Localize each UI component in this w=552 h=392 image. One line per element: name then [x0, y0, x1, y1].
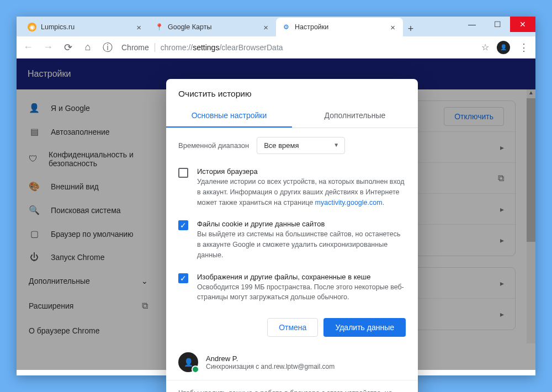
chevron-down-icon: ▼	[333, 142, 339, 148]
checkbox[interactable]: ✓	[178, 220, 188, 230]
tab-settings[interactable]: ⚙ Настройки ×	[276, 18, 403, 36]
forward-button[interactable]: →	[42, 41, 54, 53]
option-text: Изображения и другие файлы, сохраненные …	[197, 273, 406, 303]
dialog-title: Очистить историю	[166, 79, 418, 104]
tab-google-maps[interactable]: 📍 Google Карты ×	[149, 18, 276, 36]
option-text: Файлы cookie и другие данные сайтов Вы в…	[197, 220, 406, 260]
option-cache[interactable]: ✓ Изображения и другие файлы, сохраненны…	[166, 268, 418, 311]
user-info: Andrew P. Синхронизация с and.rew.lptw@g…	[206, 354, 335, 370]
option-text: История браузера Удаление истории со все…	[197, 167, 406, 208]
time-range-row: Временной диапазон Все время ▼	[166, 128, 418, 163]
clear-data-button[interactable]: Удалить данные	[323, 318, 406, 337]
myactivity-link[interactable]: myactivity.google.com	[315, 199, 383, 206]
profile-avatar[interactable]: 👤	[497, 41, 510, 54]
url-chip: Chrome	[121, 43, 155, 52]
option-cookies[interactable]: ✓ Файлы cookie и другие данные сайтов Вы…	[166, 215, 418, 268]
user-sync: Синхронизация с and.rew.lptw@gmail.com	[206, 363, 335, 370]
checkbox[interactable]: ✓	[178, 273, 188, 283]
url-scheme: chrome://	[161, 43, 193, 52]
dialog-footer: Чтобы удалить данные о работе в браузере…	[166, 380, 418, 392]
user-avatar: 👤	[178, 352, 198, 372]
home-button[interactable]: ⌂	[82, 41, 94, 53]
reload-button[interactable]: ⟳	[62, 41, 74, 54]
option-desc: Освободится 199 МБ пространства. После э…	[197, 282, 406, 303]
url-host: settings	[193, 43, 219, 52]
tab-title: Настройки	[295, 23, 328, 31]
bookmark-star-icon[interactable]: ☆	[481, 42, 489, 52]
time-range-label: Временной диапазон	[178, 141, 249, 150]
checkbox[interactable]	[178, 168, 188, 178]
tab-close-icon[interactable]: ×	[261, 23, 270, 32]
favicon-icon: ◉	[28, 23, 36, 31]
omnibox[interactable]: Chrome chrome://settings/clearBrowserDat…	[121, 43, 474, 52]
option-desc: Удаление истории со всех устройств, на к…	[197, 177, 406, 208]
sync-badge-icon	[192, 365, 199, 373]
option-title: Изображения и другие файлы, сохраненные …	[197, 273, 406, 281]
tab-close-icon[interactable]: ×	[388, 23, 397, 32]
back-button[interactable]: ←	[22, 41, 34, 53]
option-title: История браузера	[197, 167, 406, 176]
time-range-value: Все время	[264, 141, 299, 150]
address-bar: ← → ⟳ ⌂ ⓘ Chrome chrome://settings/clear…	[17, 36, 535, 59]
tab-strip: ◉ Lumpics.ru × 📍 Google Карты × ⚙ Настро…	[17, 17, 535, 36]
dialog-actions: Отмена Удалить данные	[166, 310, 418, 345]
maximize-button[interactable]: ☐	[485, 17, 510, 32]
cancel-button[interactable]: Отмена	[267, 318, 318, 337]
option-title: Файлы cookie и другие данные сайтов	[197, 220, 406, 228]
browser-window: — ☐ ✕ ◉ Lumpics.ru × 📍 Google Карты × ⚙ …	[17, 17, 535, 375]
tab-lumpics[interactable]: ◉ Lumpics.ru ×	[22, 18, 149, 36]
close-button[interactable]: ✕	[510, 17, 535, 32]
time-range-select[interactable]: Все время ▼	[257, 137, 345, 154]
favicon-icon: 📍	[155, 23, 163, 31]
option-history[interactable]: История браузера Удаление истории со все…	[166, 163, 418, 215]
gear-icon: ⚙	[282, 23, 290, 31]
tab-basic[interactable]: Основные настройки	[166, 104, 292, 128]
dialog-user-row: 👤 Andrew P. Синхронизация с and.rew.lptw…	[166, 345, 418, 380]
clear-browsing-data-dialog: Очистить историю Основные настройки Допо…	[166, 79, 418, 392]
minimize-button[interactable]: —	[459, 17, 485, 32]
menu-button[interactable]: ⋮	[518, 41, 530, 54]
tab-close-icon[interactable]: ×	[134, 23, 144, 32]
window-controls: — ☐ ✕	[459, 17, 535, 32]
url-path: /clearBrowserData	[219, 43, 283, 52]
dialog-tabs: Основные настройки Дополнительные	[166, 104, 418, 128]
user-name: Andrew P.	[206, 354, 335, 363]
tab-title: Google Карты	[168, 23, 211, 31]
info-icon[interactable]: ⓘ	[102, 41, 114, 54]
tab-title: Lumpics.ru	[41, 23, 75, 31]
option-desc: Вы выйдете из системы на большинстве сай…	[197, 229, 406, 260]
tab-advanced[interactable]: Дополнительные	[292, 104, 418, 128]
new-tab-button[interactable]: +	[403, 21, 418, 36]
